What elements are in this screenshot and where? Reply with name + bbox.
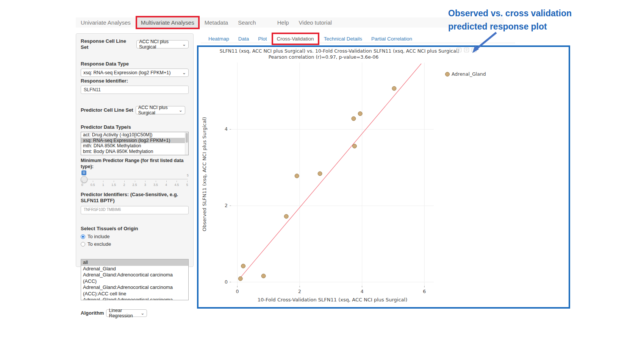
tab-partial-correlation[interactable]: Partial Correlation [367, 34, 417, 44]
annotation-text: Observed vs. cross validation predicted … [448, 7, 572, 33]
slider-tick [114, 181, 114, 182]
slider-grid: 00.511.522.533.544.55 [82, 181, 187, 187]
predictor-data-type-option[interactable]: mth: DNA 850K Methylation [81, 143, 188, 149]
slider-value-bubble: 0 [81, 170, 86, 175]
predictor-data-types-listbox: act: Drug Activity (-log10[IC50M])xsq: R… [81, 132, 189, 155]
y-tick-label: 0 [225, 279, 228, 285]
slider-tick [124, 181, 125, 182]
slider-tick-label: 3 [144, 183, 146, 187]
predictor-data-types-label: Predictor Data Type/s [81, 124, 189, 130]
response-data-type-value: xsq: RNA-seq Expression (log2 FPKM+1) [83, 70, 170, 75]
scatter-point [295, 174, 299, 178]
response-identifier-label: Response Identifier: [81, 78, 189, 84]
min-predictor-range-slider: 0 5 00.511.522.533.544.55 [81, 170, 189, 189]
slider-tick-label: 2 [123, 183, 125, 187]
nav-item-video-tutorial[interactable]: Video tutorial [294, 18, 337, 27]
slider-tick [177, 181, 177, 182]
y-tick-label: 4 [225, 126, 228, 132]
radio-icon[interactable] [81, 242, 85, 247]
scatter-point [284, 214, 288, 218]
slider-tick-label: 5 [186, 183, 188, 187]
y-axis-title: Observed SLFN11 (xsq, ACC NCI plus Surgi… [202, 117, 207, 231]
top-navbar: Univariate AnalysesMultivariate Analyses… [76, 17, 504, 28]
tissue-option[interactable]: Adrenal_Gland:Adrenocortical carcinoma (… [81, 284, 188, 297]
slider-tick-label: 1 [102, 183, 104, 187]
slider-tick [135, 181, 135, 182]
nav-item-search[interactable]: Search [233, 18, 261, 27]
scatter-point [238, 276, 242, 281]
scatter-point [352, 144, 356, 148]
response-cell-line-set-select[interactable]: ACC NCI plus Surgical ⌄ [136, 40, 189, 48]
predictor-cell-line-set-select[interactable]: ACC NCI plus Surgical ⌄ [136, 106, 185, 114]
response-data-type-select[interactable]: xsq: RNA-seq Expression (log2 FPKM+1) ⌄ [81, 69, 189, 77]
slider-tick [156, 181, 156, 182]
response-cell-line-set-label: Response Cell Line Set [81, 38, 134, 50]
nav-item-metadata[interactable]: Metadata [200, 18, 233, 27]
response-identifier-input[interactable]: SLFN11 [81, 86, 189, 94]
response-data-type-label: Response Data Type [81, 61, 189, 67]
tissue-origin-listbox: allAdrenal_GlandAdrenal_Gland:Adrenocort… [81, 259, 189, 300]
scatter-point [241, 264, 245, 268]
predictor-identifiers-input[interactable]: TNFRSF10D TMBIM6 [81, 206, 189, 214]
min-predictor-range-label: Minimum Predictor Range (for first liste… [81, 158, 189, 170]
predictor-cell-line-set-label: Predictor Cell Line Set [81, 107, 133, 113]
scrollbar-thumb[interactable] [186, 133, 188, 143]
scatter-point [261, 274, 266, 278]
tissue-origin-label: Select Tissue/s of Origin [81, 226, 189, 232]
slider-tick-label: 2.5 [133, 183, 137, 187]
regression-line [239, 64, 421, 279]
slider-tick [82, 181, 83, 182]
annotation-line1: Observed vs. cross validation [448, 7, 572, 20]
tissue-option[interactable]: Adrenal_Gland [81, 266, 188, 272]
slider-tick [93, 181, 93, 182]
slider-tick-label: 1.5 [111, 183, 116, 187]
tab-plot[interactable]: Plot [253, 34, 271, 44]
result-tabs: HeatmapDataPlotCross-ValidationTechnical… [204, 33, 417, 45]
scatter-point [352, 117, 356, 121]
predictor-data-type-option[interactable]: bmt: Body DNA 850K Methylation [81, 149, 188, 154]
legend[interactable]: Adrenal_Gland [445, 71, 486, 77]
analysis-form-sidebar: Response Cell Line Set ACC NCI plus Surg… [76, 33, 194, 267]
nav-item-help[interactable]: Help [272, 18, 294, 27]
tissue-option[interactable]: Adrenal_Gland:Adrenocortical carcinoma (… [81, 297, 188, 300]
chevron-down-icon: ⌄ [141, 311, 144, 315]
legend-label: Adrenal_Gland [452, 71, 486, 77]
tissue-origin-radios: To includeTo exclude [81, 234, 189, 247]
scatter-point [318, 172, 322, 176]
x-axis-title: 10-Fold Cross-Validation SLFN11 (xsq, AC… [258, 297, 408, 303]
slider-tick [166, 181, 167, 182]
radio-selected-icon[interactable] [81, 234, 85, 239]
slider-track[interactable] [81, 179, 188, 179]
chevron-down-icon: ⌄ [182, 42, 186, 46]
nav-item-univariate-analyses[interactable]: Univariate Analyses [76, 18, 136, 27]
page: Univariate AnalysesMultivariate Analyses… [0, 0, 644, 362]
slider-tick-label: 0.5 [91, 183, 95, 187]
tissue-option[interactable]: all [81, 259, 188, 266]
algorithm-select[interactable]: Linear Regression ⌄ [106, 309, 147, 317]
slider-tick-label: 3.5 [153, 183, 158, 187]
predictor-cell-line-set-value: ACC NCI plus Surgical [138, 105, 177, 115]
slider-tick [187, 181, 188, 182]
tissue-radio-to-include[interactable]: To include [81, 234, 189, 239]
tab-technical-details[interactable]: Technical Details [319, 34, 367, 44]
nav-item-multivariate-analyses[interactable]: Multivariate Analyses [136, 16, 200, 29]
scrollbar[interactable] [185, 132, 188, 155]
tissue-radio-to-exclude[interactable]: To exclude [81, 241, 189, 247]
slider-tick [145, 181, 145, 182]
tab-heatmap[interactable]: Heatmap [204, 34, 234, 44]
x-tick-label: 2 [298, 289, 301, 294]
tab-data[interactable]: Data [234, 34, 254, 44]
tissue-option[interactable]: Adrenal_Gland:Adrenocortical carcinoma (… [81, 272, 188, 284]
scatter-chart: 0246024Adrenal_Gland10-Fold Cross-Valida… [199, 47, 569, 307]
slider-tick-label: 4.5 [174, 183, 179, 187]
predictor-identifiers-label: Predictor Identifiers: (Case-Sensitive, … [81, 192, 189, 204]
predictor-data-type-option[interactable]: act: Drug Activity (-log10[IC50M]) [81, 132, 188, 138]
legend-marker [445, 72, 450, 76]
slider-tick-label: 4 [165, 183, 167, 187]
cross-validation-plot-panel: SLFN11 (xsq, ACC NCI plus Surgical) vs. … [197, 45, 570, 309]
predictor-data-type-option[interactable]: xsq: RNA-seq Expression (log2 FPKM+1) [81, 138, 188, 144]
scatter-point [358, 112, 362, 116]
tab-cross-validation[interactable]: Cross-Validation [272, 33, 319, 45]
response-cell-line-set-value: ACC NCI plus Surgical [139, 39, 180, 50]
y-tick-label: 2 [225, 203, 228, 208]
